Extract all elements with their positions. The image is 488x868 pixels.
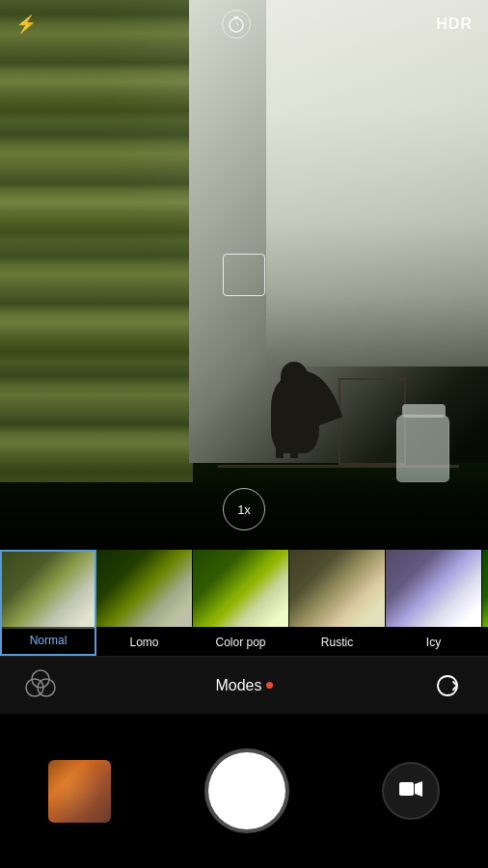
curtain-element (0, 0, 193, 482)
hdr-label[interactable]: HDR (436, 15, 473, 33)
modes-label-text: Modes (215, 677, 261, 694)
rooster-legs (276, 439, 284, 458)
svg-marker-8 (415, 781, 422, 797)
filter-label-vivid: Vivid (482, 629, 488, 656)
camera-viewfinder: ⚡ HDR 1x (0, 0, 488, 550)
zoom-level: 1x (237, 502, 251, 517)
filter-item-rustic[interactable]: Rustic (289, 550, 386, 656)
controls-bar: Modes (0, 656, 488, 714)
timer-icon[interactable] (222, 10, 251, 39)
filter-thumb-icy (386, 550, 481, 627)
video-icon-svg (399, 780, 422, 798)
filter-label-rustic: Rustic (289, 629, 385, 656)
window-light (266, 0, 488, 366)
filter-thumb-normal (2, 552, 95, 629)
filter-scene-colorpop (193, 550, 288, 627)
svg-rect-7 (399, 782, 414, 796)
filter-scene-normal (2, 552, 95, 629)
timer-svg (228, 15, 245, 33)
focus-reticle[interactable] (223, 254, 265, 296)
filter-thumb-rustic (289, 550, 385, 627)
svg-point-0 (230, 18, 243, 32)
zoom-button[interactable]: 1x (223, 488, 265, 530)
video-button[interactable] (382, 762, 440, 820)
svg-line-3 (236, 22, 238, 25)
modes-control[interactable]: Modes (215, 677, 272, 694)
modes-indicator-dot (266, 682, 273, 689)
filter-scene-vivid (482, 550, 488, 627)
camera-switch-icon[interactable] (430, 668, 465, 703)
filter-thumb-lomo (96, 550, 192, 627)
filter-item-lomo[interactable]: Lomo (96, 550, 193, 656)
filter-thumb-colorpop (193, 550, 288, 627)
filter-label-colorpop: Color pop (193, 629, 288, 656)
camera-top-bar: ⚡ HDR (0, 0, 488, 48)
capture-bar (0, 714, 488, 868)
gallery-thumbnail[interactable] (48, 760, 111, 823)
video-camera-icon (399, 780, 422, 802)
filter-label-icy: Icy (386, 629, 481, 656)
lens-icon[interactable] (23, 668, 58, 703)
filter-item-colorpop[interactable]: Color pop (193, 550, 289, 656)
rooster-silhouette (257, 338, 334, 453)
rooster-head (281, 362, 308, 391)
lens-svg (23, 668, 58, 703)
filter-item-icy[interactable]: Icy (386, 550, 482, 656)
filter-item-vivid[interactable]: Vivid (482, 550, 488, 656)
filter-scene-lomo (96, 550, 192, 627)
shutter-button[interactable] (208, 752, 285, 829)
filter-scene-rustic (289, 550, 385, 627)
filter-label-lomo: Lomo (96, 629, 192, 656)
filter-thumb-vivid (482, 550, 488, 627)
filter-item-normal[interactable]: Normal (0, 550, 96, 656)
flash-icon[interactable]: ⚡ (15, 14, 37, 35)
filter-strip: NormalLomoColor popRusticIcyVivid (0, 550, 488, 656)
filter-label-normal: Normal (2, 627, 95, 654)
rotate-svg (434, 672, 461, 699)
filter-scene-icy (386, 550, 481, 627)
